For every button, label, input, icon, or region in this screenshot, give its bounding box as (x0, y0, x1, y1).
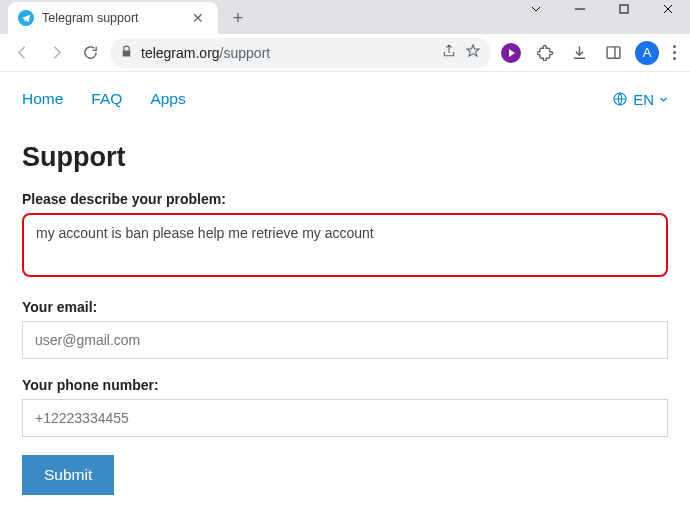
email-label: Your email: (22, 299, 668, 315)
window-dropdown-icon[interactable] (514, 0, 558, 24)
chevron-down-icon (659, 95, 668, 104)
page-viewport: Home FAQ Apps EN Support Please describe… (0, 72, 690, 506)
browser-tab[interactable]: Telegram support ✕ (8, 2, 218, 34)
svg-rect-1 (620, 5, 628, 13)
star-icon[interactable] (465, 43, 481, 62)
extensions-puzzle-icon[interactable] (531, 39, 559, 67)
window-minimize-icon[interactable] (558, 0, 602, 24)
address-bar[interactable]: telegram.org/support (110, 38, 491, 68)
problem-textarea[interactable] (22, 213, 668, 277)
panel-icon[interactable] (599, 39, 627, 67)
language-selector[interactable]: EN (612, 91, 668, 108)
telegram-favicon-icon (18, 10, 34, 26)
language-label: EN (633, 91, 654, 108)
browser-toolbar: telegram.org/support A (0, 34, 690, 72)
reload-icon[interactable] (76, 39, 104, 67)
tab-close-icon[interactable]: ✕ (188, 10, 208, 26)
tab-title: Telegram support (42, 11, 139, 25)
globe-icon (612, 91, 628, 107)
window-controls (514, 0, 690, 24)
new-tab-button[interactable]: + (224, 4, 252, 32)
nav-faq[interactable]: FAQ (91, 90, 122, 108)
window-maximize-icon[interactable] (602, 0, 646, 24)
phone-label: Your phone number: (22, 377, 668, 393)
forward-icon[interactable] (42, 39, 70, 67)
window-close-icon[interactable] (646, 0, 690, 24)
menu-kebab-icon[interactable] (667, 45, 682, 60)
downloads-icon[interactable] (565, 39, 593, 67)
profile-avatar[interactable]: A (633, 39, 661, 67)
support-form: Support Please describe your problem: Yo… (0, 122, 690, 506)
submit-button[interactable]: Submit (22, 455, 114, 495)
nav-home[interactable]: Home (22, 90, 63, 108)
phone-input[interactable] (22, 399, 668, 437)
back-icon[interactable] (8, 39, 36, 67)
problem-label: Please describe your problem: (22, 191, 668, 207)
extension-play-icon[interactable] (497, 39, 525, 67)
browser-tabstrip: Telegram support ✕ + (0, 0, 690, 34)
nav-apps[interactable]: Apps (150, 90, 185, 108)
url-text: telegram.org/support (141, 45, 433, 61)
share-icon[interactable] (441, 43, 457, 62)
svg-rect-4 (607, 47, 620, 58)
lock-icon (120, 45, 133, 61)
email-input[interactable] (22, 321, 668, 359)
site-nav: Home FAQ Apps EN (0, 72, 690, 122)
page-heading: Support (22, 142, 668, 173)
